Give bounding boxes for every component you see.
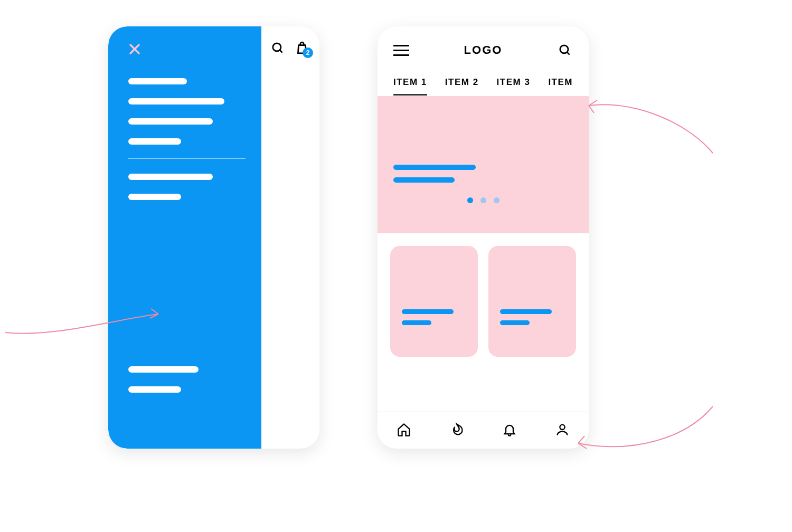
fire-icon[interactable]: [449, 422, 464, 439]
svg-point-4: [560, 45, 568, 53]
product-card[interactable]: [488, 246, 576, 357]
user-icon[interactable]: [555, 422, 570, 439]
svg-point-6: [560, 424, 564, 429]
card-title-placeholder: [402, 309, 454, 314]
shopping-bag-icon[interactable]: 2: [294, 40, 310, 56]
tab-item-1[interactable]: ITEM 1: [393, 77, 427, 96]
tab-item-3[interactable]: ITEM 3: [497, 77, 531, 96]
phone-mock-home: LOGO ITEM 1 ITEM 2 ITEM 3 ITEM: [378, 26, 589, 449]
tab-item-2[interactable]: ITEM 2: [445, 77, 479, 96]
annotation-arrow-bottom-right: [570, 401, 718, 470]
search-icon[interactable]: [557, 42, 573, 58]
category-tabs: ITEM 1 ITEM 2 ITEM 3 ITEM: [378, 74, 589, 96]
product-cards-row: [378, 233, 589, 357]
svg-line-1: [280, 50, 282, 53]
drawer-item[interactable]: [128, 174, 213, 180]
home-icon[interactable]: [397, 422, 411, 439]
carousel-dot[interactable]: [467, 197, 473, 203]
cart-badge: 2: [303, 48, 313, 58]
card-subtitle-placeholder: [500, 320, 530, 325]
drawer-footer-section: [128, 366, 246, 406]
search-icon[interactable]: [270, 40, 286, 56]
card-title-placeholder: [500, 309, 552, 314]
header-icons-right: 2: [270, 40, 310, 56]
bottom-navigation: [378, 412, 589, 449]
svg-line-5: [567, 52, 570, 55]
carousel-dots: [393, 197, 573, 203]
drawer-divider: [128, 158, 246, 159]
drawer-item[interactable]: [128, 366, 199, 373]
drawer-item[interactable]: [128, 194, 181, 200]
card-subtitle-placeholder: [402, 320, 431, 325]
drawer-item[interactable]: [128, 386, 181, 393]
hero-subtitle-placeholder: [393, 177, 455, 183]
hamburger-icon[interactable]: [393, 45, 409, 56]
carousel-dot[interactable]: [480, 197, 486, 203]
drawer-item[interactable]: [128, 98, 224, 104]
drawer-item[interactable]: [128, 118, 213, 125]
drawer-item[interactable]: [128, 78, 187, 84]
app-logo: LOGO: [464, 43, 503, 57]
hero-carousel[interactable]: [378, 96, 589, 233]
phone-mock-with-drawer: 2: [108, 26, 319, 449]
annotation-arrow-top-right: [581, 90, 718, 158]
tab-item-4[interactable]: ITEM: [548, 77, 573, 96]
drawer-primary-section: [128, 78, 246, 145]
svg-point-0: [273, 43, 281, 51]
carousel-dot[interactable]: [494, 197, 499, 203]
drawer-item[interactable]: [128, 138, 181, 145]
product-card[interactable]: [390, 246, 478, 357]
hero-title-placeholder: [393, 165, 476, 170]
app-header: LOGO: [378, 26, 589, 74]
drawer-secondary-section: [128, 174, 246, 200]
bell-icon[interactable]: [502, 422, 517, 439]
navigation-drawer: [108, 26, 261, 449]
close-icon[interactable]: [128, 42, 246, 59]
